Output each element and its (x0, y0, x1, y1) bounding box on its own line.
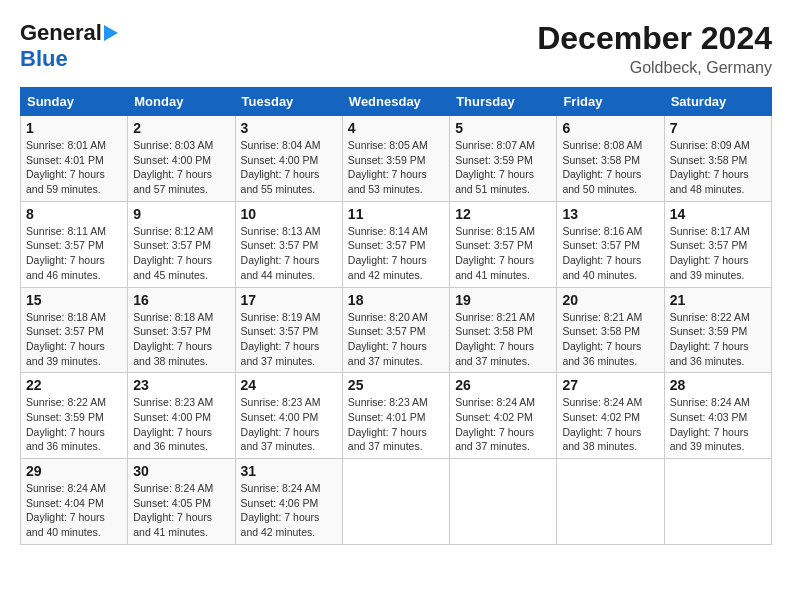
calendar-cell: 26 Sunrise: 8:24 AM Sunset: 4:02 PM Dayl… (450, 373, 557, 459)
calendar-cell: 22 Sunrise: 8:22 AM Sunset: 3:59 PM Dayl… (21, 373, 128, 459)
col-thursday: Thursday (450, 88, 557, 116)
day-number: 21 (670, 292, 766, 308)
calendar-cell (664, 459, 771, 545)
page-container: General Blue December 2024 Goldbeck, Ger… (20, 20, 772, 545)
day-detail: Sunrise: 8:09 AM Sunset: 3:58 PM Dayligh… (670, 138, 766, 197)
day-detail: Sunrise: 8:11 AM Sunset: 3:57 PM Dayligh… (26, 224, 122, 283)
calendar-cell: 10 Sunrise: 8:13 AM Sunset: 3:57 PM Dayl… (235, 201, 342, 287)
calendar-cell: 28 Sunrise: 8:24 AM Sunset: 4:03 PM Dayl… (664, 373, 771, 459)
day-number: 29 (26, 463, 122, 479)
day-detail: Sunrise: 8:20 AM Sunset: 3:57 PM Dayligh… (348, 310, 444, 369)
day-detail: Sunrise: 8:15 AM Sunset: 3:57 PM Dayligh… (455, 224, 551, 283)
calendar-week-2: 8 Sunrise: 8:11 AM Sunset: 3:57 PM Dayli… (21, 201, 772, 287)
calendar-week-5: 29 Sunrise: 8:24 AM Sunset: 4:04 PM Dayl… (21, 459, 772, 545)
day-number: 17 (241, 292, 337, 308)
day-number: 6 (562, 120, 658, 136)
calendar-cell: 19 Sunrise: 8:21 AM Sunset: 3:58 PM Dayl… (450, 287, 557, 373)
day-detail: Sunrise: 8:14 AM Sunset: 3:57 PM Dayligh… (348, 224, 444, 283)
day-detail: Sunrise: 8:24 AM Sunset: 4:04 PM Dayligh… (26, 481, 122, 540)
calendar-cell: 16 Sunrise: 8:18 AM Sunset: 3:57 PM Dayl… (128, 287, 235, 373)
day-number: 19 (455, 292, 551, 308)
col-saturday: Saturday (664, 88, 771, 116)
logo-text-general: General (20, 20, 102, 46)
calendar-cell: 3 Sunrise: 8:04 AM Sunset: 4:00 PM Dayli… (235, 116, 342, 202)
day-detail: Sunrise: 8:24 AM Sunset: 4:02 PM Dayligh… (455, 395, 551, 454)
col-monday: Monday (128, 88, 235, 116)
day-number: 24 (241, 377, 337, 393)
calendar-cell: 31 Sunrise: 8:24 AM Sunset: 4:06 PM Dayl… (235, 459, 342, 545)
calendar-cell: 20 Sunrise: 8:21 AM Sunset: 3:58 PM Dayl… (557, 287, 664, 373)
day-number: 28 (670, 377, 766, 393)
calendar-cell: 15 Sunrise: 8:18 AM Sunset: 3:57 PM Dayl… (21, 287, 128, 373)
day-number: 16 (133, 292, 229, 308)
day-number: 1 (26, 120, 122, 136)
calendar-cell: 9 Sunrise: 8:12 AM Sunset: 3:57 PM Dayli… (128, 201, 235, 287)
day-number: 31 (241, 463, 337, 479)
logo-text-blue: Blue (20, 46, 68, 71)
day-detail: Sunrise: 8:18 AM Sunset: 3:57 PM Dayligh… (26, 310, 122, 369)
day-number: 30 (133, 463, 229, 479)
calendar-cell (450, 459, 557, 545)
day-detail: Sunrise: 8:24 AM Sunset: 4:06 PM Dayligh… (241, 481, 337, 540)
day-detail: Sunrise: 8:03 AM Sunset: 4:00 PM Dayligh… (133, 138, 229, 197)
calendar-cell: 1 Sunrise: 8:01 AM Sunset: 4:01 PM Dayli… (21, 116, 128, 202)
day-detail: Sunrise: 8:23 AM Sunset: 4:00 PM Dayligh… (133, 395, 229, 454)
day-number: 18 (348, 292, 444, 308)
day-number: 13 (562, 206, 658, 222)
day-detail: Sunrise: 8:21 AM Sunset: 3:58 PM Dayligh… (455, 310, 551, 369)
day-number: 15 (26, 292, 122, 308)
day-detail: Sunrise: 8:24 AM Sunset: 4:02 PM Dayligh… (562, 395, 658, 454)
calendar-cell (342, 459, 449, 545)
calendar-cell: 17 Sunrise: 8:19 AM Sunset: 3:57 PM Dayl… (235, 287, 342, 373)
day-detail: Sunrise: 8:18 AM Sunset: 3:57 PM Dayligh… (133, 310, 229, 369)
calendar-week-4: 22 Sunrise: 8:22 AM Sunset: 3:59 PM Dayl… (21, 373, 772, 459)
day-detail: Sunrise: 8:08 AM Sunset: 3:58 PM Dayligh… (562, 138, 658, 197)
calendar-cell: 14 Sunrise: 8:17 AM Sunset: 3:57 PM Dayl… (664, 201, 771, 287)
day-detail: Sunrise: 8:07 AM Sunset: 3:59 PM Dayligh… (455, 138, 551, 197)
day-detail: Sunrise: 8:22 AM Sunset: 3:59 PM Dayligh… (670, 310, 766, 369)
day-number: 8 (26, 206, 122, 222)
calendar-cell: 18 Sunrise: 8:20 AM Sunset: 3:57 PM Dayl… (342, 287, 449, 373)
day-number: 12 (455, 206, 551, 222)
calendar-cell: 23 Sunrise: 8:23 AM Sunset: 4:00 PM Dayl… (128, 373, 235, 459)
day-number: 2 (133, 120, 229, 136)
calendar-cell: 25 Sunrise: 8:23 AM Sunset: 4:01 PM Dayl… (342, 373, 449, 459)
calendar-cell: 13 Sunrise: 8:16 AM Sunset: 3:57 PM Dayl… (557, 201, 664, 287)
day-number: 9 (133, 206, 229, 222)
calendar-cell: 6 Sunrise: 8:08 AM Sunset: 3:58 PM Dayli… (557, 116, 664, 202)
day-number: 22 (26, 377, 122, 393)
calendar-week-1: 1 Sunrise: 8:01 AM Sunset: 4:01 PM Dayli… (21, 116, 772, 202)
day-detail: Sunrise: 8:05 AM Sunset: 3:59 PM Dayligh… (348, 138, 444, 197)
day-number: 4 (348, 120, 444, 136)
logo: General Blue (20, 20, 118, 72)
day-number: 20 (562, 292, 658, 308)
day-number: 27 (562, 377, 658, 393)
day-detail: Sunrise: 8:19 AM Sunset: 3:57 PM Dayligh… (241, 310, 337, 369)
calendar-cell: 8 Sunrise: 8:11 AM Sunset: 3:57 PM Dayli… (21, 201, 128, 287)
col-sunday: Sunday (21, 88, 128, 116)
day-detail: Sunrise: 8:12 AM Sunset: 3:57 PM Dayligh… (133, 224, 229, 283)
logo-arrow-icon (104, 25, 118, 41)
calendar-cell: 27 Sunrise: 8:24 AM Sunset: 4:02 PM Dayl… (557, 373, 664, 459)
day-number: 11 (348, 206, 444, 222)
day-detail: Sunrise: 8:16 AM Sunset: 3:57 PM Dayligh… (562, 224, 658, 283)
day-number: 25 (348, 377, 444, 393)
calendar-cell: 21 Sunrise: 8:22 AM Sunset: 3:59 PM Dayl… (664, 287, 771, 373)
day-detail: Sunrise: 8:24 AM Sunset: 4:05 PM Dayligh… (133, 481, 229, 540)
calendar-cell: 5 Sunrise: 8:07 AM Sunset: 3:59 PM Dayli… (450, 116, 557, 202)
calendar-cell: 30 Sunrise: 8:24 AM Sunset: 4:05 PM Dayl… (128, 459, 235, 545)
day-number: 3 (241, 120, 337, 136)
header-row: Sunday Monday Tuesday Wednesday Thursday… (21, 88, 772, 116)
calendar-cell: 29 Sunrise: 8:24 AM Sunset: 4:04 PM Dayl… (21, 459, 128, 545)
calendar-cell: 4 Sunrise: 8:05 AM Sunset: 3:59 PM Dayli… (342, 116, 449, 202)
col-friday: Friday (557, 88, 664, 116)
calendar-cell: 11 Sunrise: 8:14 AM Sunset: 3:57 PM Dayl… (342, 201, 449, 287)
day-detail: Sunrise: 8:04 AM Sunset: 4:00 PM Dayligh… (241, 138, 337, 197)
day-detail: Sunrise: 8:23 AM Sunset: 4:00 PM Dayligh… (241, 395, 337, 454)
col-tuesday: Tuesday (235, 88, 342, 116)
day-detail: Sunrise: 8:22 AM Sunset: 3:59 PM Dayligh… (26, 395, 122, 454)
col-wednesday: Wednesday (342, 88, 449, 116)
day-detail: Sunrise: 8:21 AM Sunset: 3:58 PM Dayligh… (562, 310, 658, 369)
title-section: December 2024 Goldbeck, Germany (537, 20, 772, 77)
day-number: 10 (241, 206, 337, 222)
